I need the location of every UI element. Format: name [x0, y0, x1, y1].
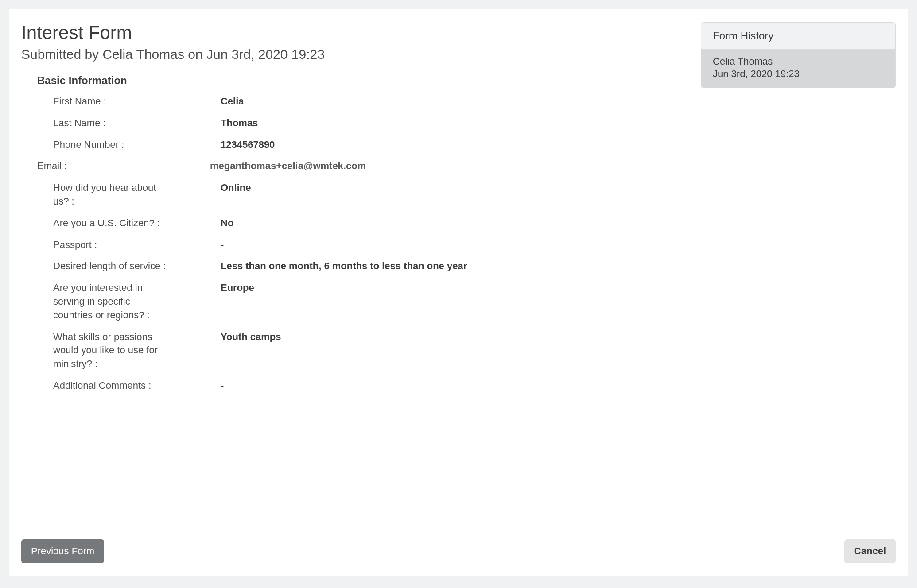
- field-row: First Name :Celia: [21, 95, 683, 108]
- field-value: Europe: [181, 281, 683, 295]
- form-history-header: Form History: [701, 23, 895, 50]
- field-value: Online: [181, 181, 683, 195]
- field-value: Youth camps: [181, 330, 683, 344]
- field-value: -: [181, 238, 683, 252]
- field-label: Additional Comments :: [21, 379, 181, 393]
- form-history-items: Celia ThomasJun 3rd, 2020 19:23: [701, 50, 895, 88]
- side-column: Form History Celia ThomasJun 3rd, 2020 1…: [701, 22, 896, 562]
- cancel-button[interactable]: Cancel: [844, 539, 896, 563]
- field-value: Celia: [181, 95, 683, 108]
- previous-form-button[interactable]: Previous Form: [21, 539, 104, 563]
- field-label: Last Name :: [21, 116, 181, 130]
- field-label: First Name :: [21, 95, 181, 108]
- field-value: Less than one month, 6 months to less th…: [181, 259, 683, 273]
- history-item-name: Celia Thomas: [713, 56, 884, 67]
- field-label: How did you hear about us? :: [21, 181, 181, 209]
- form-history-panel: Form History Celia ThomasJun 3rd, 2020 1…: [701, 22, 896, 88]
- field-row: What skills or passions would you like t…: [21, 330, 683, 371]
- history-item-date: Jun 3rd, 2020 19:23: [713, 68, 884, 80]
- field-label: Passport :: [21, 238, 181, 252]
- button-row: Previous Form Cancel: [21, 539, 896, 563]
- field-row: Additional Comments :-: [21, 379, 683, 393]
- field-label: Desired length of service :: [21, 259, 181, 273]
- fields-container: First Name :CeliaLast Name :ThomasPhone …: [21, 95, 683, 393]
- field-value: 1234567890: [181, 138, 683, 152]
- field-label: Phone Number :: [21, 138, 181, 152]
- field-value: Thomas: [181, 116, 683, 130]
- field-row: Desired length of service :Less than one…: [21, 259, 683, 273]
- field-label: Are you a U.S. Citizen? :: [21, 217, 181, 230]
- field-label: Are you interested in serving in specifi…: [21, 281, 181, 322]
- page-title: Interest Form: [21, 22, 683, 43]
- field-value: meganthomas+celia@wmtek.com: [181, 159, 683, 173]
- section-title: Basic Information: [37, 74, 683, 87]
- subtitle: Submitted by Celia Thomas on Jun 3rd, 20…: [21, 47, 683, 62]
- form-page: Interest Form Submitted by Celia Thomas …: [9, 9, 908, 576]
- field-label: Email :: [21, 159, 181, 173]
- field-row: Email :meganthomas+celia@wmtek.com: [21, 159, 683, 173]
- field-value: No: [181, 217, 683, 230]
- field-row: How did you hear about us? :Online: [21, 181, 683, 209]
- field-value: -: [181, 379, 683, 393]
- field-row: Are you interested in serving in specifi…: [21, 281, 683, 322]
- field-row: Are you a U.S. Citizen? :No: [21, 217, 683, 230]
- field-label: What skills or passions would you like t…: [21, 330, 181, 371]
- field-row: Passport :-: [21, 238, 683, 252]
- field-row: Phone Number :1234567890: [21, 138, 683, 152]
- main-column: Interest Form Submitted by Celia Thomas …: [21, 22, 683, 562]
- field-row: Last Name :Thomas: [21, 116, 683, 130]
- form-history-item[interactable]: Celia ThomasJun 3rd, 2020 19:23: [701, 50, 895, 88]
